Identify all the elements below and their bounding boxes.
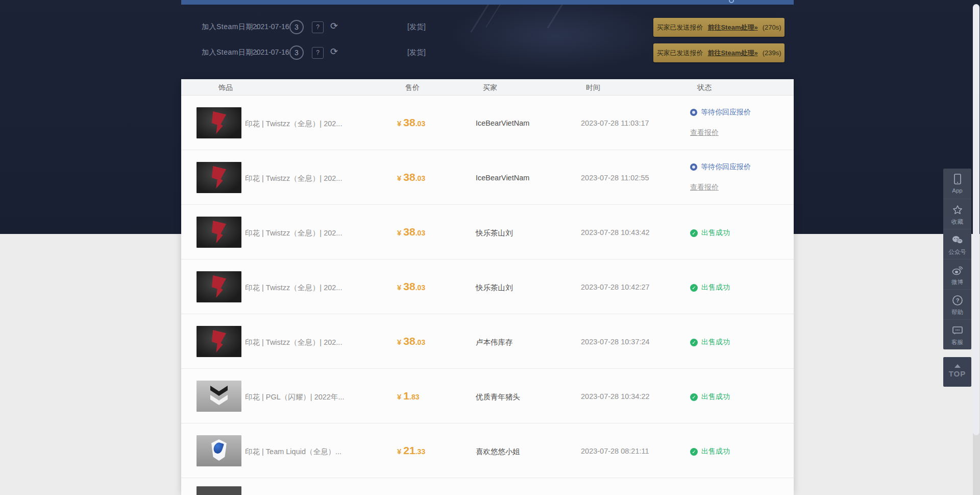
buyer-name: IceBearVietNam <box>476 119 529 127</box>
status-cell: ✓ 出售成功 <box>690 205 792 260</box>
header-price: 售价 <box>405 83 420 92</box>
status-text: 出售成功 <box>701 447 730 456</box>
price-dec: .03 <box>415 229 425 237</box>
sale-time: 2023-07-28 10:42:27 <box>581 283 650 291</box>
success-status: ✓ 出售成功 <box>690 338 730 347</box>
item-image-pgl-glitter-sticker[interactable] <box>197 381 241 412</box>
floating-sidebar: App 收藏 公众号 微博 ? 帮助 <box>943 169 971 349</box>
status-cell: ✓ 出售成功 <box>690 369 792 423</box>
success-status: ✓ 出售成功 <box>690 447 730 456</box>
pending-status-icon <box>690 163 697 171</box>
item-price: ¥38.03 <box>397 116 425 129</box>
sale-time: 2023-07-28 11:02:55 <box>581 174 649 182</box>
currency-symbol: ¥ <box>397 392 401 401</box>
offer-status-text: 买家已发送报价 <box>656 23 703 32</box>
top-nav-bar <box>181 0 794 5</box>
buyer-name: 卢本伟库存 <box>476 338 513 347</box>
offer-countdown: (270s) <box>763 23 781 31</box>
price-dec: .03 <box>415 120 425 128</box>
sidebar-item-label: 收藏 <box>943 218 971 226</box>
table-header: 饰品 售价 买家 时间 状态 <box>181 79 794 96</box>
sidebar-item-service[interactable]: 客服 <box>943 319 971 349</box>
table-row-partial <box>181 478 794 495</box>
currency-symbol: ¥ <box>397 447 401 456</box>
ship-link[interactable]: [发货] <box>407 48 426 57</box>
check-icon: ✓ <box>690 393 698 401</box>
sidebar-item-app[interactable]: App <box>943 169 971 199</box>
svg-text:?: ? <box>955 297 959 303</box>
sale-time: 2023-07-28 10:34:22 <box>581 392 650 400</box>
sidebar-item-help[interactable]: ? 帮助 <box>943 289 971 319</box>
check-icon: ✓ <box>690 339 698 346</box>
chat-icon <box>943 324 971 337</box>
back-to-top-button[interactable]: TOP <box>943 357 971 387</box>
steam-offer-button[interactable]: 买家已发送报价 前往Steam处理» (239s) <box>653 43 785 62</box>
price-dec: .03 <box>415 174 425 182</box>
item-price: ¥38.03 <box>397 226 425 238</box>
status-text: 等待你回应报价 <box>701 108 751 117</box>
price-int: 38 <box>403 171 415 183</box>
steam-offer-button[interactable]: 买家已发送报价 前往Steam处理» (270s) <box>653 18 785 37</box>
buyer-name: 喜欢悠悠小姐 <box>476 447 520 457</box>
up-arrow-icon <box>954 364 961 368</box>
item-image-team-liquid-holo-sticker[interactable] <box>197 435 241 466</box>
status-text: 等待你回应报价 <box>701 162 751 172</box>
status-text: 出售成功 <box>701 283 730 292</box>
app-phone-icon <box>943 173 971 185</box>
help-badge[interactable]: ? <box>312 21 324 33</box>
help-badge[interactable]: ? <box>312 47 324 59</box>
item-image-faze-holo-sticker[interactable] <box>197 162 241 193</box>
table-row: 印花 | PGL（闪耀）| 2022年... ¥1.83 优质青年猪头 2023… <box>181 369 794 423</box>
view-offer-link[interactable]: 查看报价 <box>690 183 719 192</box>
price-int: 38 <box>403 280 415 292</box>
price-dec: .33 <box>415 447 425 456</box>
view-offer-link[interactable]: 查看报价 <box>690 128 719 137</box>
check-icon: ✓ <box>690 284 698 292</box>
sidebar-item-label: 公众号 <box>943 248 971 256</box>
goto-steam-link[interactable]: 前往Steam处理» <box>707 23 757 32</box>
item-image-faze-holo-sticker[interactable] <box>197 107 241 138</box>
goto-steam-link[interactable]: 前往Steam处理» <box>707 49 757 58</box>
steam-join-date-label: 加入Steam日期： <box>202 22 260 32</box>
item-price: ¥21.33 <box>397 444 425 457</box>
top-label: TOP <box>943 369 971 378</box>
item-image-faze-holo-sticker[interactable] <box>197 326 241 357</box>
item-image-faze-holo-sticker[interactable] <box>197 271 241 302</box>
status-cell: 等待你回应报价 查看报价 <box>690 96 792 150</box>
price-dec: .83 <box>409 393 419 401</box>
count-badge: 3 <box>289 20 304 34</box>
item-price: ¥38.03 <box>397 335 425 347</box>
price-int: 1 <box>403 390 409 402</box>
sidebar-item-label: App <box>943 187 971 194</box>
header-status: 状态 <box>697 83 712 92</box>
check-icon: ✓ <box>690 448 698 456</box>
price-int: 38 <box>403 335 415 347</box>
success-status: ✓ 出售成功 <box>690 228 730 238</box>
item-image-faze-holo-sticker[interactable] <box>197 217 241 248</box>
buyer-name: 快乐茶山刘 <box>476 228 513 238</box>
sidebar-item-label: 帮助 <box>943 309 971 316</box>
sell-history-table: 饰品 售价 买家 时间 状态 印花 | Twistzz（全息）| 202... … <box>181 79 794 495</box>
sidebar-item-favorites[interactable]: 收藏 <box>943 199 971 229</box>
item-name: 印花 | Twistzz（全息）| 202... <box>245 119 342 129</box>
price-int: 38 <box>403 116 415 128</box>
check-icon: ✓ <box>690 229 698 237</box>
pending-status-link[interactable]: 等待你回应报价 <box>690 108 751 117</box>
sidebar-item-wechat[interactable]: 公众号 <box>943 229 971 259</box>
item-name: 印花 | PGL（闪耀）| 2022年... <box>245 392 344 402</box>
pending-status-link[interactable]: 等待你回应报价 <box>690 162 751 172</box>
offer-status-text: 买家已发送报价 <box>656 49 703 58</box>
item-image-partial[interactable] <box>197 486 241 495</box>
currency-symbol: ¥ <box>397 228 401 237</box>
nav-badge-icon[interactable] <box>729 0 734 3</box>
refresh-icon[interactable]: ⟳ <box>330 20 338 32</box>
buyer-name: 优质青年猪头 <box>476 392 520 402</box>
refresh-icon[interactable]: ⟳ <box>330 46 338 57</box>
ship-link[interactable]: [发货] <box>407 22 426 32</box>
sidebar-item-weibo[interactable]: 微博 <box>943 259 971 289</box>
scrollbar-thumb[interactable] <box>973 4 979 435</box>
status-cell: ✓ 出售成功 <box>690 423 792 478</box>
wechat-icon <box>943 234 971 246</box>
currency-symbol: ¥ <box>397 338 401 346</box>
item-price: ¥38.03 <box>397 171 425 183</box>
